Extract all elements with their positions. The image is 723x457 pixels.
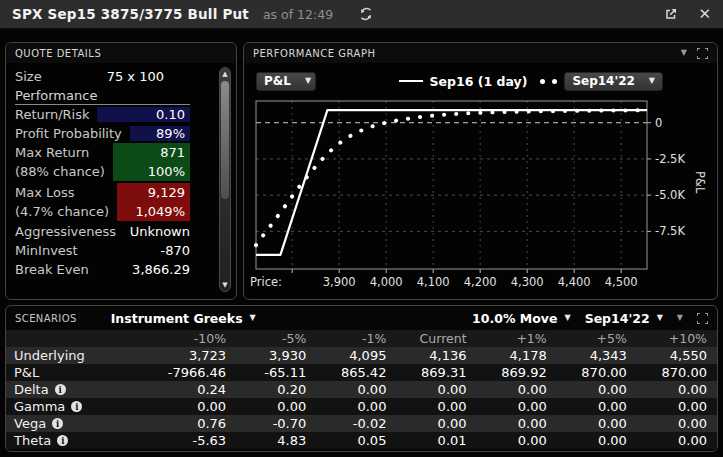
performance-chart: 3,9004,0004,1004,2004,3004,4004,5000-2.5…: [244, 93, 717, 299]
cell-value: 4,550: [637, 348, 717, 363]
graph-legend: Sep16 (1 day) Sep14'22 ▼: [399, 72, 663, 91]
max-loss-chance-value: 1,049%: [117, 202, 190, 221]
quote-scrollbar[interactable]: ▲ ▼: [219, 67, 231, 292]
date-dropdown[interactable]: Sep14'22 ▼: [564, 72, 663, 91]
cell-value: 4,136: [396, 348, 476, 363]
scenarios-header: SCENARIOS Instrument Greeks ▼ 10.0% Move…: [6, 306, 717, 330]
column-header: Current: [396, 331, 476, 346]
size-label: Size: [15, 69, 42, 84]
cell-value: 0.00: [477, 399, 557, 414]
cell-value: 0.20: [236, 382, 316, 397]
info-icon[interactable]: i: [52, 418, 63, 429]
dotted-line-swatch: [540, 79, 557, 84]
scenario-date-caret-icon: ▼: [657, 314, 663, 322]
return-risk-row: Return/Risk 0.10: [15, 105, 190, 124]
scroll-up-icon[interactable]: ▲: [220, 70, 230, 78]
expand-icon[interactable]: [697, 48, 708, 59]
performance-section-label: Performance: [15, 86, 190, 105]
panel-menu-caret-icon[interactable]: ▼: [677, 314, 683, 322]
x-tick-label: 4,100: [417, 275, 450, 289]
cell-value: 4.83: [236, 433, 316, 448]
info-icon[interactable]: i: [57, 435, 68, 446]
break-even-label: Break Even: [15, 262, 89, 277]
cell-value: 0.00: [637, 399, 717, 414]
row-label-gamma: Gammai: [6, 399, 156, 414]
scenarios-title: SCENARIOS: [15, 313, 77, 324]
x-tick-label: 4,400: [558, 275, 591, 289]
mininvest-value: -870: [78, 243, 190, 258]
size-value: 75 x 100: [42, 69, 190, 84]
legend-solid-entry: Sep16 (1 day): [399, 74, 528, 89]
expand-icon[interactable]: [697, 313, 708, 324]
column-header: +5%: [557, 331, 637, 346]
row-label-pl: P&L: [6, 365, 156, 380]
aggressiveness-row: Aggressiveness Unknown: [15, 222, 190, 241]
refresh-icon[interactable]: [359, 7, 373, 21]
cell-value: -7966.46: [156, 365, 236, 380]
cell-value: -0.02: [316, 416, 396, 431]
performance-graph-panel: PERFORMANCE GRAPH ▼ P&L ▼ Sep16 (1 day) …: [243, 42, 718, 300]
info-icon[interactable]: i: [55, 384, 66, 395]
x-axis-label: Price:: [250, 275, 282, 289]
break-even-value: 3,866.29: [89, 262, 190, 277]
cell-value: 0.05: [316, 433, 396, 448]
info-icon[interactable]: i: [71, 401, 82, 412]
close-icon[interactable]: ✕: [698, 7, 711, 22]
mininvest-label: MinInvest: [15, 243, 78, 258]
cell-value: 0.00: [557, 433, 637, 448]
quote-details-body: Size 75 x 100 Performance Return/Risk 0.…: [6, 65, 236, 295]
cell-value: 0.00: [316, 399, 396, 414]
max-loss-chance-label: (4.7% chance): [15, 202, 109, 221]
y-axis-label: P&L: [693, 171, 707, 194]
table-row: Deltai0.240.200.000.000.000.000.00: [6, 381, 717, 398]
column-header: -10%: [156, 331, 236, 346]
cell-value: 869.92: [477, 365, 557, 380]
cell-value: 0.76: [156, 416, 236, 431]
cell-value: 0.00: [396, 416, 476, 431]
cell-value: 0.01: [396, 433, 476, 448]
as-of-timestamp: as of 12:49: [263, 7, 333, 22]
table-row: Thetai-5.634.830.050.010.000.000.00: [6, 432, 717, 449]
max-loss-group: Max Loss (4.7% chance) 9,129 1,049%: [15, 183, 190, 221]
metric-dropdown-caret-icon: ▼: [305, 77, 311, 85]
panel-menu-caret-icon[interactable]: ▼: [681, 49, 687, 57]
cell-value: 0.00: [637, 382, 717, 397]
cell-value: 3,930: [236, 348, 316, 363]
return-risk-label: Return/Risk: [15, 107, 89, 122]
max-loss-label: Max Loss: [15, 183, 109, 202]
x-tick-label: 4,500: [605, 275, 638, 289]
scrollbar-thumb[interactable]: [221, 81, 229, 199]
cell-value: 0.00: [477, 433, 557, 448]
scenario-date-dropdown[interactable]: Sep14'22 ▼: [585, 311, 663, 326]
window-titlebar: SPX Sep15 3875/3775 Bull Put as of 12:49…: [0, 0, 723, 30]
max-return-chance-label: (88% chance): [15, 162, 105, 181]
metric-dropdown-label: P&L: [264, 74, 291, 88]
profit-probability-label: Profit Probability: [15, 126, 122, 141]
series-sep14-dotted: [256, 110, 647, 245]
greeks-dropdown-label: Instrument Greeks: [111, 311, 243, 326]
cell-value: 869.31: [396, 365, 476, 380]
cell-value: -65.11: [236, 365, 316, 380]
scroll-down-icon[interactable]: ▼: [220, 281, 230, 289]
profit-probability-value: 89%: [130, 126, 190, 141]
size-row: Size 75 x 100: [15, 67, 190, 86]
cell-value: 0.00: [236, 399, 316, 414]
window-title: SPX Sep15 3875/3775 Bull Put: [12, 6, 249, 22]
performance-graph-title: PERFORMANCE GRAPH: [253, 48, 375, 59]
cell-value: 0.00: [557, 416, 637, 431]
scenario-date-dropdown-label: Sep14'22: [585, 311, 650, 326]
greeks-dropdown[interactable]: Instrument Greeks ▼: [111, 311, 256, 326]
max-return-value: 871: [113, 143, 190, 162]
max-return-label: Max Return: [15, 143, 105, 162]
cell-value: 4,343: [557, 348, 637, 363]
cell-value: 0.00: [477, 416, 557, 431]
move-dropdown[interactable]: 10.0% Move ▼: [472, 311, 571, 326]
cell-value: 0.00: [316, 382, 396, 397]
profit-probability-row: Profit Probability 89%: [15, 124, 190, 143]
row-label-theta: Thetai: [6, 433, 156, 448]
cell-value: 0.00: [637, 416, 717, 431]
cell-value: 0.24: [156, 382, 236, 397]
metric-dropdown[interactable]: P&L ▼: [256, 72, 316, 91]
pop-out-icon[interactable]: [664, 7, 678, 21]
cell-value: -0.70: [236, 416, 316, 431]
